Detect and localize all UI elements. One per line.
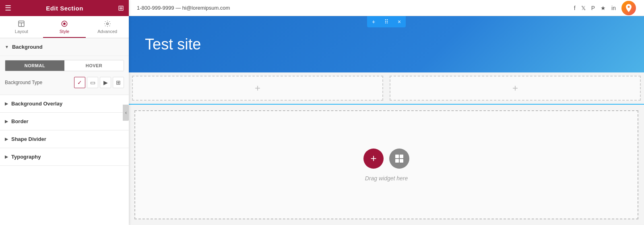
typography-arrow-icon: ▶: [5, 155, 8, 159]
hamburger-icon[interactable]: ☰: [5, 4, 11, 12]
left-panel: ☰ Edit Section ⊞ Layout Style Adva: [0, 0, 129, 225]
tab-style[interactable]: Style: [43, 16, 86, 38]
panel-header: ☰ Edit Section ⊞: [0, 0, 129, 16]
svg-point-4: [63, 23, 66, 25]
bg-type-slideshow[interactable]: ⊞: [113, 77, 124, 88]
right-area: 1-800-999-9999 — hi@loremipsum.com f 𝕏 P…: [129, 0, 644, 225]
twitter-icon[interactable]: 𝕏: [581, 5, 586, 11]
panel-content: ▼ Background NORMAL HOVER Background Typ…: [0, 38, 129, 225]
background-arrow-icon: ▼: [5, 45, 9, 49]
collapse-panel-button[interactable]: ‹: [123, 105, 129, 121]
two-col-row: + +: [129, 72, 644, 105]
tab-layout[interactable]: Layout: [0, 16, 43, 38]
row-add-button[interactable]: +: [367, 16, 380, 27]
tab-advanced-label: Advanced: [97, 29, 117, 34]
column-left-add[interactable]: +: [132, 76, 383, 101]
toggle-normal[interactable]: NORMAL: [5, 60, 64, 71]
yelp-icon[interactable]: ★: [601, 5, 606, 11]
toggle-buttons: NORMAL HOVER: [5, 60, 124, 71]
panel-tabs: Layout Style Advanced: [0, 16, 129, 38]
background-label: Background: [12, 44, 43, 50]
background-expanded: NORMAL HOVER Background Type ✓ ▭ ▶ ⊞: [0, 56, 129, 95]
bg-type-icons: ✓ ▭ ▶ ⊞: [74, 77, 124, 88]
drag-buttons: +: [363, 149, 409, 169]
bg-type-row: Background Type ✓ ▭ ▶ ⊞: [5, 77, 124, 88]
hero-title: Test site: [145, 36, 201, 53]
background-section: ▼ Background NORMAL HOVER Background Typ…: [0, 38, 129, 95]
background-overlay-section: ▶ Background Overlay: [0, 95, 129, 113]
grid-icon[interactable]: ⊞: [118, 4, 124, 12]
background-overlay-header[interactable]: ▶ Background Overlay: [0, 95, 129, 112]
widget-library-button[interactable]: [389, 149, 409, 169]
shape-divider-arrow-icon: ▶: [5, 137, 8, 141]
bg-type-color[interactable]: ✓: [74, 77, 85, 88]
row-close-button[interactable]: ×: [393, 16, 406, 27]
drag-widget-text: Drag widget here: [365, 175, 408, 182]
column-right-add[interactable]: +: [390, 76, 641, 101]
social-icons-bar: f 𝕏 P ★ in: [574, 1, 636, 15]
tab-advanced[interactable]: Advanced: [86, 16, 129, 38]
typography-section: ▶ Typography: [0, 148, 129, 166]
shape-divider-label: Shape Divider: [11, 136, 46, 142]
shape-divider-section: ▶ Shape Divider: [0, 130, 129, 148]
svg-rect-6: [395, 155, 399, 158]
drag-area: + Drag widget here: [134, 110, 638, 219]
panel-title: Edit Section: [46, 5, 83, 12]
border-arrow-icon: ▶: [5, 119, 8, 124]
border-section: ▶ Border: [0, 113, 129, 130]
contact-info: 1-800-999-9999 — hi@loremipsum.com: [137, 5, 230, 11]
bg-type-image[interactable]: ▭: [87, 77, 98, 88]
svg-point-5: [106, 23, 108, 25]
shape-divider-header[interactable]: ▶ Shape Divider: [0, 130, 129, 148]
svg-rect-8: [395, 159, 399, 163]
overlay-arrow-icon: ▶: [5, 101, 8, 106]
add-widget-button[interactable]: +: [363, 149, 384, 169]
border-section-header[interactable]: ▶ Border: [0, 113, 129, 130]
svg-rect-9: [400, 159, 403, 163]
avatar[interactable]: [621, 1, 636, 15]
facebook-icon[interactable]: f: [574, 5, 576, 11]
bg-type-video[interactable]: ▶: [100, 77, 111, 88]
hero-section: Test site + ⠿ ×: [129, 16, 644, 72]
tab-style-label: Style: [60, 29, 69, 34]
pinterest-icon[interactable]: P: [591, 5, 595, 11]
row-move-button[interactable]: ⠿: [380, 16, 393, 27]
border-label: Border: [11, 118, 29, 124]
linkedin-icon[interactable]: in: [611, 5, 616, 11]
background-section-header[interactable]: ▼ Background: [0, 38, 129, 56]
background-overlay-label: Background Overlay: [11, 101, 62, 107]
tab-layout-label: Layout: [15, 29, 28, 34]
toggle-hover[interactable]: HOVER: [64, 60, 124, 71]
svg-rect-7: [400, 155, 403, 158]
typography-header[interactable]: ▶ Typography: [0, 148, 129, 165]
typography-label: Typography: [11, 154, 41, 160]
bg-type-label: Background Type: [5, 80, 71, 85]
top-bar: 1-800-999-9999 — hi@loremipsum.com f 𝕏 P…: [129, 0, 644, 16]
row-toolbar: + ⠿ ×: [367, 16, 406, 72]
